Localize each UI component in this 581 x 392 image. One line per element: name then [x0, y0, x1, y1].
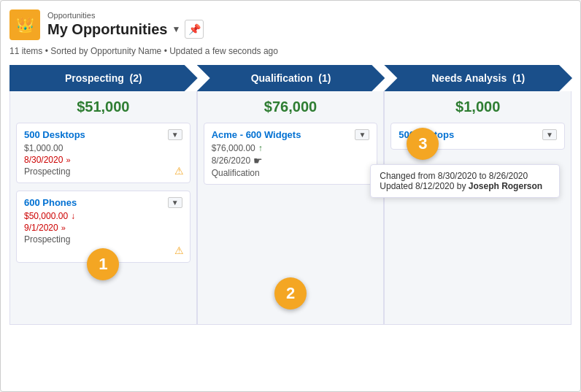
tooltip-line2: Updated 8/12/2020 by Joseph Rogerson	[380, 181, 550, 191]
opp-amount-500desktops: $1,000.00	[24, 143, 182, 153]
warning-icon-600phones: ⚠	[174, 245, 184, 256]
warning-icon-500desktops: ⚠	[174, 165, 184, 177]
column-prospecting: Prospecting (2) $51,000 500 Desktops ▼ $…	[9, 65, 197, 325]
col-count-prospecting: (2)	[130, 72, 142, 84]
col-body-qualification: $76,000 Acme - 600 Widgets ▼ $76,000.00 …	[197, 91, 385, 325]
chevrons-icon-500desktops: »	[66, 155, 70, 164]
opp-dropdown-500laptops[interactable]: ▼	[542, 129, 557, 140]
col-body-prospecting: $51,000 500 Desktops ▼ $1,000.00 8/30/20…	[9, 91, 197, 325]
page-header: 👑 Opportunities My Opportunities ▼ 📌	[9, 9, 572, 40]
col-label-needs-analysis: Needs Analysis	[431, 72, 512, 84]
opp-dropdown-500desktops[interactable]: ▼	[168, 129, 182, 140]
col-header-needs-analysis: Needs Analysis (1)	[384, 65, 572, 91]
callout-2: 2	[274, 277, 307, 310]
title-dropdown-arrow[interactable]: ▼	[172, 24, 180, 34]
column-qualification: Qualification (1) $76,000 Acme - 600 Wid…	[197, 65, 385, 325]
card-header-600phones: 600 Phones ▼	[24, 197, 182, 208]
opp-card-500desktops: 500 Desktops ▼ $1,000.00 8/30/2020 » Pro…	[16, 123, 191, 183]
hand-cursor-icon-acme: ☛	[253, 155, 263, 166]
arrow-up-icon-acme: ↑	[258, 143, 263, 153]
title-row: My Opportunities ▼ 📌	[47, 20, 204, 39]
opp-date-acme: 8/26/2020 ☛	[212, 155, 370, 166]
callout-1: 1	[87, 248, 119, 280]
col-body-needs-analysis: $1,000 500 Laptops ▼ Changed from 8/30/2…	[384, 91, 572, 325]
opp-amount-acme: $76,000.00 ↑	[212, 143, 370, 153]
page-title: My Opportunities	[47, 21, 167, 38]
app-frame: 👑 Opportunities My Opportunities ▼ 📌 11 …	[0, 0, 581, 392]
module-icon: 👑	[9, 9, 40, 40]
col-header-qualification: Qualification (1)	[197, 65, 385, 91]
column-needs-analysis: Needs Analysis (1) $1,000 500 Laptops ▼ …	[384, 65, 572, 325]
opp-dropdown-acme[interactable]: ▼	[355, 129, 369, 140]
opp-name-600phones[interactable]: 600 Phones	[24, 197, 77, 208]
kanban-board: Prospecting (2) $51,000 500 Desktops ▼ $…	[9, 65, 572, 325]
tooltip-line1: Changed from 8/30/2020 to 8/26/2020	[380, 171, 550, 181]
col-amount-qualification: $76,000	[204, 99, 378, 115]
col-count-qualification: (1)	[318, 72, 331, 84]
opp-name-acme[interactable]: Acme - 600 Widgets	[212, 129, 301, 140]
pin-button[interactable]: 📌	[185, 20, 204, 39]
col-amount-needs-analysis: $1,000	[390, 99, 565, 115]
opp-stage-500desktops: Prospecting	[24, 166, 182, 177]
card-header-500desktops: 500 Desktops ▼	[24, 129, 182, 140]
module-label: Opportunities	[47, 11, 204, 20]
col-amount-prospecting: $51,000	[16, 99, 191, 115]
opp-name-500desktops[interactable]: 500 Desktops	[24, 129, 85, 140]
chevrons-icon-600phones: »	[61, 223, 66, 232]
meta-bar: 11 items • Sorted by Opportunity Name • …	[9, 46, 572, 56]
tooltip-author: Joseph Rogerson	[469, 181, 542, 191]
opp-stage-600phones: Prospecting	[24, 234, 182, 245]
opp-stage-acme: Qualification	[212, 168, 370, 178]
tooltip-box: Changed from 8/30/2020 to 8/26/2020 Upda…	[370, 164, 560, 198]
opp-amount-600phones: $50,000.00 ↓	[24, 211, 182, 221]
header-text-block: Opportunities My Opportunities ▼ 📌	[47, 11, 204, 39]
col-count-needs-analysis: (1)	[512, 72, 525, 84]
col-label-prospecting: Prospecting	[65, 72, 130, 84]
callout-3: 3	[407, 128, 439, 160]
col-label-qualification: Qualification	[251, 72, 319, 84]
opp-date-600phones: 9/1/2020 »	[24, 223, 182, 233]
opp-card-acme600widgets: Acme - 600 Widgets ▼ $76,000.00 ↑ 8/26/2…	[204, 123, 378, 185]
tooltip-line2-prefix: Updated 8/12/2020 by	[380, 181, 468, 191]
card-header-acme: Acme - 600 Widgets ▼	[212, 129, 370, 140]
opp-dropdown-600phones[interactable]: ▼	[168, 197, 182, 208]
arrow-down-icon-600phones: ↓	[71, 211, 75, 221]
col-header-prospecting: Prospecting (2)	[9, 65, 198, 91]
opp-date-500desktops: 8/30/2020 »	[24, 155, 182, 165]
